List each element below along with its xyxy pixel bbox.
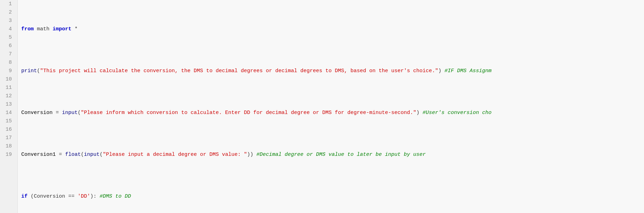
line-num-3: 3 — [3, 17, 14, 25]
code-line-2: print("This project will calculate the c… — [21, 67, 644, 75]
code-editor: 1 2 3 4 5 6 7 8 9 10 11 12 13 14 15 16 1… — [0, 0, 644, 213]
line-num-6: 6 — [3, 42, 14, 50]
code-line-3: Conversion = input("Please inform which … — [21, 109, 644, 117]
code-line-4: Conversion1 = float(input("Please input … — [21, 151, 644, 159]
code-line-5: if (Conversion == 'DD'): #DMS to DD — [21, 192, 644, 201]
line-num-4: 4 — [3, 25, 14, 33]
line-numbers: 1 2 3 4 5 6 7 8 9 10 11 12 13 14 15 16 1… — [0, 0, 18, 213]
line-num-10: 10 — [3, 75, 14, 84]
line-num-8: 8 — [3, 59, 14, 67]
code-content[interactable]: from math import * print("This project w… — [18, 0, 644, 213]
line-num-7: 7 — [3, 50, 14, 59]
line-num-14: 14 — [3, 109, 14, 117]
line-num-5: 5 — [3, 33, 14, 42]
line-num-1: 1 — [3, 0, 14, 8]
line-num-13: 13 — [3, 100, 14, 109]
line-num-17: 17 — [3, 134, 14, 142]
line-num-2: 2 — [3, 8, 14, 17]
line-num-12: 12 — [3, 92, 14, 100]
line-num-15: 15 — [3, 117, 14, 125]
line-num-18: 18 — [3, 142, 14, 151]
line-num-11: 11 — [3, 84, 14, 92]
line-num-16: 16 — [3, 125, 14, 134]
line-num-9: 9 — [3, 67, 14, 75]
code-line-1: from math import * — [21, 25, 644, 33]
line-num-19: 19 — [3, 151, 14, 159]
